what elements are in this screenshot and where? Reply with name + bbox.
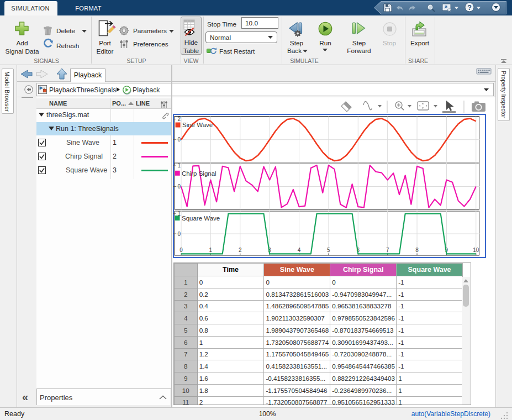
- svg-text:0: 0: [177, 231, 181, 237]
- svg-text:1: 1: [177, 162, 181, 169]
- svg-text:0: 0: [177, 136, 181, 143]
- svg-text:0: 0: [180, 247, 183, 253]
- svg-text:Square Wave: Square Wave: [182, 215, 220, 222]
- svg-text:1: 1: [209, 247, 213, 253]
- svg-text:7: 7: [386, 247, 389, 253]
- svg-text:5: 5: [327, 247, 330, 253]
- svg-text:2: 2: [239, 247, 242, 253]
- svg-text:Chirp Signal: Chirp Signal: [182, 170, 217, 177]
- svg-text:?: ?: [467, 4, 472, 12]
- svg-text:0: 0: [177, 183, 181, 190]
- svg-text:8: 8: [415, 247, 419, 253]
- svg-text:4: 4: [298, 247, 301, 253]
- svg-text:2: 2: [177, 116, 181, 122]
- svg-text:Sine Wave: Sine Wave: [182, 122, 213, 128]
- svg-text:10: 10: [473, 247, 479, 253]
